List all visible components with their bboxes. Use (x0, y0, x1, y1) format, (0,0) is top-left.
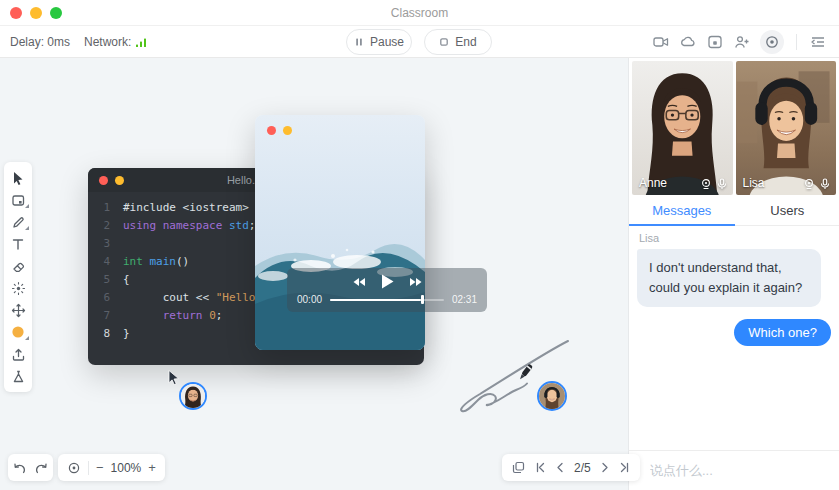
capture-tool[interactable] (4, 189, 32, 211)
webcam-icon[interactable] (803, 178, 815, 190)
move-icon (11, 303, 26, 318)
pause-icon (354, 37, 364, 47)
pen-icon (11, 215, 26, 230)
eraser-icon (11, 259, 26, 274)
microphone-icon[interactable] (819, 178, 831, 190)
laser-pointer-tool[interactable] (4, 277, 32, 299)
pen-cursor-icon (512, 360, 538, 386)
page-indicator: 2/5 (574, 461, 591, 475)
tab-users[interactable]: Users (735, 196, 839, 225)
first-page-button[interactable] (535, 462, 546, 473)
screen-record-icon[interactable] (706, 33, 724, 51)
pause-button-label: Pause (370, 35, 404, 49)
zoom-panel: − 100% + (58, 454, 165, 481)
cloud-icon[interactable] (679, 33, 697, 51)
current-time: 00:00 (297, 294, 322, 305)
end-button-label: End (455, 35, 476, 49)
progress-track[interactable] (330, 299, 444, 301)
panel-tabs: Messages Users (629, 196, 839, 226)
network-label: Network: (84, 35, 131, 49)
laser-pointer-icon (11, 281, 26, 296)
rewind-button[interactable] (352, 276, 366, 288)
stop-icon (439, 37, 449, 47)
editor-close-button[interactable] (99, 176, 108, 185)
previous-page-button[interactable] (556, 462, 564, 473)
right-panel: Anne (628, 58, 839, 490)
editor-title: Hello. (227, 168, 255, 192)
remote-cursor-arrow (166, 369, 182, 386)
panel-toggle-icon[interactable] (809, 33, 827, 51)
tool-palette (4, 162, 32, 392)
classroom-app: Classroom Delay: 0ms Network: Pause (0, 0, 839, 490)
zoom-out-button[interactable]: − (96, 460, 104, 475)
zoom-panel-divider (88, 461, 89, 475)
cone-tool[interactable] (4, 365, 32, 387)
last-page-button[interactable] (619, 462, 630, 473)
editor-minimize-button[interactable] (115, 176, 124, 185)
video-minimize-button[interactable] (283, 126, 292, 135)
zoom-in-button[interactable]: + (148, 460, 156, 475)
video-camera-icon[interactable] (652, 33, 670, 51)
move-tool[interactable] (4, 299, 32, 321)
chat-thread: Lisa I don't understand that, could you … (637, 228, 831, 346)
record-icon[interactable] (760, 30, 784, 54)
end-button[interactable]: End (424, 29, 492, 55)
add-person-icon[interactable] (733, 33, 751, 51)
top-toolbar: Delay: 0ms Network: Pause End (0, 26, 839, 58)
lisa-portrait (736, 61, 837, 195)
next-page-button[interactable] (601, 462, 609, 473)
pause-button[interactable]: Pause (346, 29, 412, 55)
anne-portrait (632, 61, 733, 195)
playhead[interactable] (421, 295, 424, 304)
delay-indicator: Delay: 0ms (10, 35, 70, 49)
video-feeds: Anne (632, 61, 836, 195)
color-swatch-icon (11, 325, 25, 339)
participant-name: Lisa (743, 176, 765, 190)
undo-button[interactable] (13, 462, 26, 474)
window-titlebar: Classroom (0, 0, 839, 26)
toolbar-divider (796, 34, 797, 50)
cone-icon (11, 369, 26, 384)
cursor-icon (11, 171, 25, 186)
chat-input[interactable] (650, 463, 826, 478)
anne-cursor-avatar (179, 382, 207, 410)
video-feed-lisa[interactable]: Lisa (736, 61, 837, 195)
network-signal-icon (135, 36, 148, 48)
redo-button[interactable] (35, 462, 48, 474)
video-window[interactable] (255, 115, 425, 350)
tab-messages[interactable]: Messages (629, 196, 735, 226)
fast-forward-button[interactable] (409, 276, 423, 288)
video-duration: 02:31 (452, 294, 477, 305)
chat-input-bar (629, 450, 839, 490)
pen-tool[interactable] (4, 211, 32, 233)
lisa-cursor-avatar (537, 381, 567, 411)
webcam-icon[interactable] (700, 178, 712, 190)
message-sender: Lisa (639, 232, 831, 244)
text-tool[interactable] (4, 233, 32, 255)
incoming-message-bubble: I don't understand that, could you expla… (637, 249, 821, 307)
window-title: Classroom (0, 0, 839, 26)
upload-icon (11, 347, 26, 362)
undo-redo-panel (8, 454, 53, 481)
video-close-button[interactable] (267, 126, 276, 135)
zoom-level: 100% (111, 461, 142, 475)
progress-fill (330, 299, 421, 301)
microphone-icon[interactable] (716, 178, 728, 190)
locate-icon[interactable] (67, 461, 81, 475)
text-icon (11, 237, 25, 251)
outgoing-message-bubble: Which one? (734, 319, 831, 346)
pages-icon[interactable] (512, 461, 525, 474)
color-swatch-tool[interactable] (4, 321, 32, 343)
capture-icon (11, 193, 26, 208)
video-feed-anne[interactable]: Anne (632, 61, 733, 195)
play-button[interactable] (380, 273, 395, 290)
upload-tool[interactable] (4, 343, 32, 365)
page-navigation-panel: 2/5 (502, 454, 640, 481)
media-controls-bar: 00:00 02:31 (287, 268, 487, 312)
participant-name: Anne (639, 176, 667, 190)
eraser-tool[interactable] (4, 255, 32, 277)
select-cursor-tool[interactable] (4, 167, 32, 189)
